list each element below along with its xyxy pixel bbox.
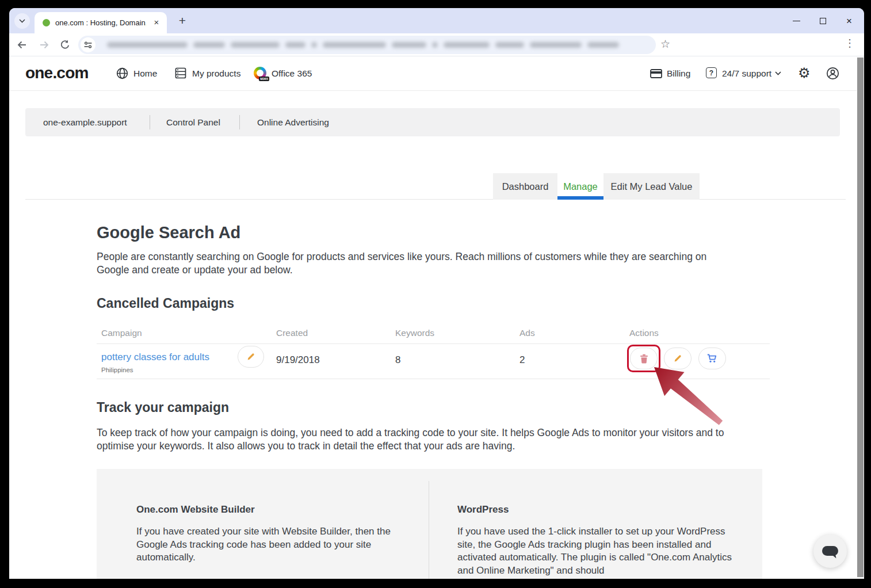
website-builder-title: One.com Website Builder <box>136 504 255 516</box>
browser-menu-icon[interactable]: ⋮ <box>845 37 855 49</box>
panel-divider <box>429 481 429 579</box>
tab-close-icon[interactable]: × <box>151 17 162 28</box>
my-products-icon <box>175 67 186 79</box>
tabs-divider-line <box>25 199 846 200</box>
breadcrumb-online-advertising[interactable]: Online Advertising <box>257 117 329 128</box>
keywords-value: 8 <box>395 354 400 366</box>
support-chevron-down-icon <box>775 71 781 75</box>
website-builder-body: If you have created your site with Websi… <box>136 525 401 564</box>
tab-dashboard[interactable]: Dashboard <box>493 173 557 200</box>
breadcrumb-control-panel[interactable]: Control Panel <box>166 117 220 128</box>
close-button[interactable]: × <box>836 8 862 33</box>
table-divider <box>97 343 770 344</box>
chat-bubble-icon <box>821 544 839 559</box>
breadcrumb-divider <box>150 115 150 129</box>
minimize-button[interactable] <box>784 8 809 33</box>
maximize-button[interactable] <box>810 8 835 33</box>
col-keywords: Keywords <box>395 328 434 338</box>
col-actions: Actions <box>629 328 659 338</box>
url-bar[interactable] <box>78 36 656 54</box>
support-question-icon: ? <box>706 67 717 78</box>
breadcrumb: one-example.support Control Panel Online… <box>25 108 840 136</box>
office-365-badge: M365 <box>259 77 269 81</box>
maximize-icon <box>820 18 826 24</box>
close-icon: × <box>846 16 852 26</box>
page-title: Google Search Ad <box>97 223 240 242</box>
scrollbar-thumb[interactable] <box>857 58 864 577</box>
scrollbar <box>857 56 864 579</box>
account-icon[interactable] <box>826 67 839 80</box>
reorder-campaign-button[interactable] <box>698 348 726 369</box>
track-campaign-body: To keep track of how your campaign is do… <box>97 426 752 453</box>
minimize-icon <box>793 21 800 21</box>
chat-button[interactable] <box>813 534 847 568</box>
pencil-icon <box>246 352 255 361</box>
browser-tab-title: one.com : Hosting, Domain, Em <box>55 18 146 28</box>
tab-search-button[interactable] <box>14 13 30 29</box>
wordpress-body: If you have used the 1-click installer t… <box>457 525 734 577</box>
pencil-icon <box>673 354 682 363</box>
nav-billing[interactable]: Billing <box>667 68 690 79</box>
edit-campaign-button[interactable] <box>664 348 692 369</box>
breadcrumb-divider <box>239 115 240 129</box>
chevron-down-icon <box>19 19 25 23</box>
col-created: Created <box>276 328 308 338</box>
nav-support[interactable]: 24/7 support <box>722 68 771 79</box>
globe-icon <box>116 67 128 79</box>
wordpress-title: WordPress <box>457 504 509 516</box>
browser-window: one.com : Hosting, Domain, Em × + × ☆ <box>9 8 864 579</box>
active-tab-underline <box>557 196 603 200</box>
reload-icon[interactable] <box>60 40 70 50</box>
back-icon[interactable] <box>17 40 27 50</box>
browser-tab[interactable]: one.com : Hosting, Domain, Em × <box>35 12 167 33</box>
tab-edit-my-lead-value[interactable]: Edit My Lead Value <box>603 173 700 200</box>
site-header: one.com Home My products M365 Office 365… <box>9 56 857 91</box>
billing-card-icon <box>650 69 662 78</box>
blurred-url-text <box>107 42 619 48</box>
site-favicon <box>43 19 50 26</box>
browser-titlebar: one.com : Hosting, Domain, Em × + × <box>9 8 864 33</box>
breadcrumb-domain[interactable]: one-example.support <box>43 117 127 128</box>
tune-icon[interactable] <box>81 37 95 52</box>
settings-gear-icon[interactable]: ⚙ <box>798 65 811 81</box>
col-ads: Ads <box>519 328 535 338</box>
campaign-link[interactable]: pottery classes for adults <box>101 352 209 363</box>
nav-home[interactable]: Home <box>133 68 157 79</box>
created-value: 9/19/2018 <box>276 354 320 366</box>
page-intro: People are constantly searching on Googl… <box>97 250 729 277</box>
table-divider <box>97 379 770 379</box>
nav-office-365[interactable]: Office 365 <box>272 68 312 79</box>
cancelled-campaigns-title: Cancelled Campaigns <box>97 296 234 311</box>
office-365-icon: M365 <box>254 67 266 79</box>
browser-toolbar: ☆ ⋮ <box>9 33 864 56</box>
track-campaign-title: Track your campaign <box>97 400 229 415</box>
bookmark-star-icon[interactable]: ☆ <box>660 37 670 51</box>
forward-icon[interactable] <box>39 40 49 50</box>
ads-value: 2 <box>519 354 525 366</box>
campaign-location: Philippines <box>101 366 133 373</box>
rename-campaign-button[interactable] <box>238 346 264 368</box>
col-campaign: Campaign <box>101 328 142 338</box>
one-com-logo[interactable]: one.com <box>25 64 89 82</box>
nav-my-products[interactable]: My products <box>192 68 240 79</box>
new-tab-button[interactable]: + <box>175 13 190 28</box>
shopping-cart-icon <box>707 354 717 363</box>
delete-highlight-box <box>627 345 660 372</box>
